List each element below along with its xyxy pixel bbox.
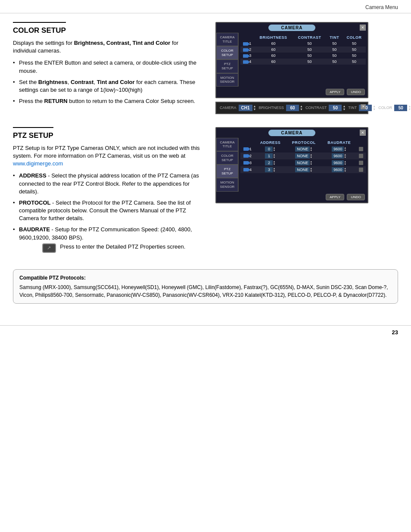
lock-icon	[357, 146, 366, 152]
header-title: Camera Menu	[365, 4, 398, 10]
color-ui-sidebar: CAMERATITLE COLORSETUP PTZSETUP MOTIONSE…	[216, 33, 239, 87]
color-setup-text: COLOR SETUP Displays the settings for Br…	[13, 22, 202, 114]
table-row: 3 2▲▼ NONE▲▼ 9600▲▼	[240, 159, 366, 166]
color-ui-title: CAMERA	[268, 25, 316, 31]
ptz-baudrate: 9600▲▼	[322, 166, 357, 173]
cam-icon-cell: 2	[240, 152, 255, 159]
brightness-val: 60	[254, 59, 293, 65]
apply-button[interactable]: APPLY	[326, 89, 344, 95]
table-row: 1 0▲▼ NONE▲▼ 9600▲▼	[240, 146, 366, 152]
page-number: 23	[392, 329, 398, 336]
ptz-ui-body: CAMERATITLE COLORSETUP PTZSETUP MOTIONSE…	[216, 138, 367, 192]
camera-field: CAMERA CH1 ▲▼	[220, 105, 256, 111]
ptz-sidebar-motion-sensor[interactable]: MOTIONSENSOR	[216, 178, 238, 191]
close-icon[interactable]: ✕	[360, 130, 366, 136]
sidebar-camera-title[interactable]: CAMERATITLE	[216, 33, 238, 46]
color-setup-bullets: Press the ENTER Button and select a came…	[13, 59, 202, 105]
color-ui-body: CAMERATITLE COLORSETUP PTZSETUP MOTIONSE…	[216, 33, 367, 87]
sidebar-color-setup[interactable]: COLORSETUP	[216, 46, 238, 59]
color-setup-intro: Displays the settings for Brightness, Co…	[13, 39, 202, 55]
close-icon[interactable]: ✕	[360, 25, 366, 31]
col-cam	[240, 34, 254, 40]
color-ui-main: BRIGHTNESS CONTRAST TINT COLOR 1 60	[239, 33, 367, 87]
color-setup-visuals: CAMERA ✕ CAMERATITLE COLORSETUP PTZSETUP…	[215, 22, 371, 114]
contrast-val: 50	[293, 40, 327, 47]
ptz-protocol: NONE▲▼	[286, 152, 322, 159]
undo-button[interactable]: UNDO	[347, 89, 365, 95]
ptz-sidebar-ptz-setup[interactable]: PTZSETUP	[216, 165, 238, 178]
color-val: 50	[342, 47, 366, 53]
table-row: 4 60 50 50 50	[240, 59, 366, 65]
lock-icon	[357, 166, 366, 173]
ptz-protocol: NONE▲▼	[286, 146, 322, 152]
contrast-field: CONTRAST 50 ▲▼	[305, 105, 346, 111]
tint-val: 50	[326, 53, 342, 59]
ptz-ui-sidebar: CAMERATITLE COLORSETUP PTZSETUP MOTIONSE…	[216, 138, 239, 192]
contrast-val: 50	[293, 53, 327, 59]
contrast-val: 50	[293, 59, 327, 65]
ptz-baudrate: 9600▲▼	[322, 152, 357, 159]
tint-val: 50	[326, 47, 342, 53]
brightness-val: 60	[254, 47, 293, 53]
ptz-col-lock	[357, 140, 366, 146]
brightness-val: 60	[254, 53, 293, 59]
ptz-apply-button[interactable]: APPLY	[326, 194, 344, 200]
color-camera-ui: CAMERA ✕ CAMERATITLE COLORSETUP PTZSETUP…	[215, 22, 368, 98]
contrast-val: 50	[293, 47, 327, 53]
page-header: Camera Menu	[0, 0, 411, 13]
ptz-col-protocol: PROTOCOL	[286, 140, 322, 146]
cam-icon-cell: 3	[240, 53, 254, 59]
table-row: 2 1▲▼ NONE▲▼ 9600▲▼	[240, 152, 366, 159]
ptz-sidebar-color-setup[interactable]: COLORSETUP	[216, 151, 238, 165]
ptz-setup-text: PTZ SETUP PTZ Setup is for PTZ Type Came…	[13, 127, 202, 256]
ptz-properties-icon[interactable]	[42, 243, 56, 253]
brightness-value: 60	[286, 105, 299, 111]
compat-text: Samsung (MRX-1000), Samsung(SCC641), Hon…	[19, 283, 392, 299]
ptz-col-address: ADDRESS	[255, 140, 286, 146]
color-setup-section: COLOR SETUP Displays the settings for Br…	[13, 22, 398, 114]
col-brightness: BRIGHTNESS	[254, 34, 293, 40]
ptz-address: 3▲▼	[255, 166, 286, 173]
ptz-bullets: ADDRESS - Select the physical address lo…	[13, 172, 202, 253]
ptz-ui-title: CAMERA	[268, 130, 316, 136]
color-ui-footer: APPLY UNDO	[216, 87, 367, 97]
color-field: COLOR 50 ▲▼	[378, 105, 411, 111]
ptz-ui-titlebar: CAMERA ✕	[216, 128, 367, 138]
lock-icon	[357, 159, 366, 166]
ptz-col-baudrate: BAUDRATE	[322, 140, 357, 146]
ptz-ui-main: ADDRESS PROTOCOL BAUDRATE 1	[239, 138, 367, 192]
ptz-sidebar-camera-title[interactable]: CAMERATITLE	[216, 138, 238, 151]
ptz-setup-section: PTZ SETUP PTZ Setup is for PTZ Type Came…	[13, 127, 398, 256]
ptz-address: 1▲▼	[255, 152, 286, 159]
bullet-baudrate: BAUDRATE - Setup for the PTZ Communicati…	[13, 226, 202, 252]
cam-icon-cell: 2	[240, 47, 254, 53]
ptz-setup-visuals: CAMERA ✕ CAMERATITLE COLORSETUP PTZSETUP…	[215, 127, 371, 256]
tint-val: 50	[326, 59, 342, 65]
brightness-field: BRIGHTNESS 60 ▲▼	[258, 105, 302, 111]
table-row: 3 60 50 50 50	[240, 53, 366, 59]
cam-icon-cell: 4	[240, 59, 254, 65]
bullet-enter: Press the ENTER Button and select a came…	[13, 59, 202, 75]
table-row: 2 60 50 50 50	[240, 47, 366, 53]
bullet-return: Press the RETURN button to return to the…	[13, 97, 202, 105]
contrast-value: 50	[329, 105, 342, 111]
ptz-setup-title: PTZ SETUP	[13, 127, 53, 140]
ptz-baudrate: 9600▲▼	[322, 146, 357, 152]
color-val: 50	[342, 53, 366, 59]
digimerge-link[interactable]: www.digimerge.com	[13, 160, 63, 167]
close-x-icon[interactable]: ✕	[361, 104, 366, 109]
color-bottom-bar: ✕ CAMERA CH1 ▲▼ BRIGHTNESS 60 ▲▼ CONTRAS…	[215, 102, 368, 114]
compat-title: Compatible PTZ Protocols:	[19, 274, 392, 282]
bullet-protocol: PROTOCOL - Select the Protocol for the P…	[13, 199, 202, 223]
bullet-address: ADDRESS - Select the physical address lo…	[13, 172, 202, 196]
sidebar-motion-sensor[interactable]: MOTIONSENSOR	[216, 73, 238, 87]
col-contrast: CONTRAST	[293, 34, 327, 40]
color-value: 50	[394, 105, 407, 111]
bullet-brightness: Set the Brightness, Contrast, Tint and C…	[13, 78, 202, 94]
ptz-intro: PTZ Setup is for PTZ Type Cameras ONLY, …	[13, 144, 202, 168]
sidebar-ptz-setup[interactable]: PTZSETUP	[216, 59, 238, 73]
ptz-undo-button[interactable]: UNDO	[347, 194, 365, 200]
color-table: BRIGHTNESS CONTRAST TINT COLOR 1 60	[240, 34, 366, 65]
ptz-protocol: NONE▲▼	[286, 166, 322, 173]
ptz-protocol: NONE▲▼	[286, 159, 322, 166]
